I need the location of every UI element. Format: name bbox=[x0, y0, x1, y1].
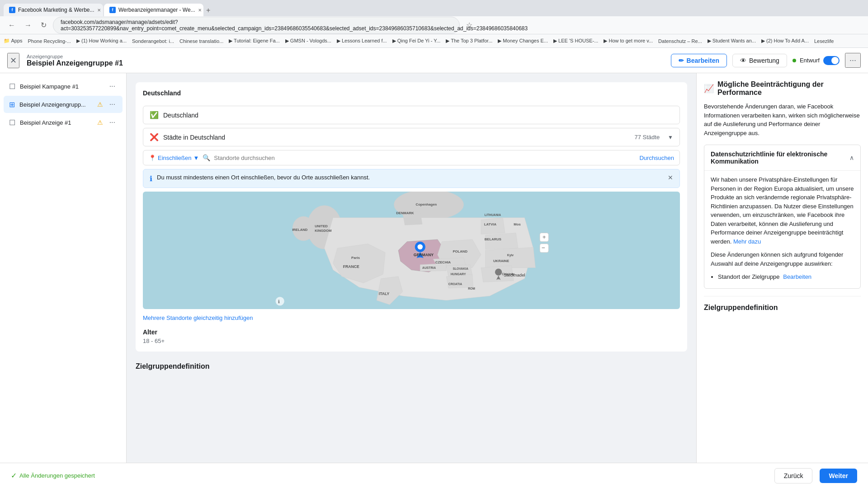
sidebar-item-ad[interactable]: ☐ Beispiel Anzeige #1 ⚠ ··· bbox=[4, 114, 123, 131]
svg-text:Kyiv: Kyiv bbox=[507, 253, 514, 257]
svg-text:UNITED: UNITED bbox=[315, 224, 328, 228]
svg-text:SLOVAKIA: SLOVAKIA bbox=[453, 267, 468, 270]
tab-ads-manager[interactable]: f Werbeanzeigenmanager - We... ✕ bbox=[104, 4, 203, 16]
include-label: Einschließen bbox=[158, 155, 191, 161]
policy-text-1: Wir haben unsere Privatsphäre-Einstellun… bbox=[711, 176, 854, 245]
svg-text:Copenhagen: Copenhagen bbox=[416, 202, 437, 206]
campaign-label: Beispiel Kampagne #1 bbox=[20, 83, 103, 90]
bookmark-phone[interactable]: Phone Recycling-... bbox=[28, 38, 71, 44]
sidebar-item-adgroup[interactable]: ⊞ Beispiel Anzeigengrupp... ⚠ ··· bbox=[4, 96, 123, 113]
eye-icon: 👁 bbox=[740, 57, 746, 64]
ad-warning-icon: ⚠ bbox=[97, 119, 103, 126]
bewertung-label: Bewertung bbox=[749, 57, 779, 64]
bookmark-money[interactable]: ▶ Money Changes E... bbox=[498, 38, 548, 44]
central-panel: Deutschland ✅ Deutschland ❌ Städte in De… bbox=[127, 73, 696, 463]
bookmark-tutorial[interactable]: ▶ Tutorial: Eigene Fa... bbox=[229, 38, 280, 44]
adgroup-more-button[interactable]: ··· bbox=[108, 99, 117, 109]
search-input[interactable] bbox=[214, 155, 636, 161]
entwurf-label: Entwurf bbox=[800, 57, 820, 64]
bookmark-student[interactable]: ▶ Student Wants an... bbox=[708, 38, 756, 44]
search-bar: 📍 Einschließen ▼ 🔍 Durchsuchen bbox=[143, 150, 680, 165]
more-options-button[interactable]: ··· bbox=[845, 53, 861, 68]
cities-name: Städte in Deutschland bbox=[163, 134, 630, 141]
right-panel: 📈 Mögliche Beeinträchtigung der Performa… bbox=[696, 73, 868, 463]
ad-label: Beispiel Anzeige #1 bbox=[20, 119, 93, 126]
top-bar-actions: ✏ Bearbeiten 👁 Bewertung Entwurf ··· bbox=[671, 53, 861, 68]
bottom-bar: ✓ Alle Änderungen gespeichert Zurück Wei… bbox=[0, 463, 868, 488]
toggle-button[interactable] bbox=[823, 56, 840, 65]
bookmark-how[interactable]: ▶ How to get more v... bbox=[604, 38, 653, 44]
tab-label: Facebook Marketing & Werbe... bbox=[18, 7, 94, 13]
chart-icon: 📈 bbox=[704, 84, 714, 94]
bewertung-button[interactable]: 👁 Bewertung bbox=[732, 54, 787, 67]
include-button[interactable]: 📍 Einschließen ▼ bbox=[149, 155, 199, 161]
tab-close[interactable]: ✕ bbox=[97, 8, 101, 13]
adgroup-name-label: Beispiel Anzeigengruppe #1 bbox=[27, 59, 123, 67]
browser-tabs: f Facebook Marketing & Werbe... ✕ f Werb… bbox=[4, 0, 212, 16]
policy-content: Wir haben unsere Privatsphäre-Einstellun… bbox=[704, 170, 860, 288]
alter-label: Alter bbox=[143, 328, 680, 336]
svg-text:LATVIA: LATVIA bbox=[484, 222, 497, 226]
bearbeiten-button[interactable]: ✏ Bearbeiten bbox=[671, 54, 727, 67]
svg-text:BELARUS: BELARUS bbox=[485, 237, 501, 241]
bookmark-qing[interactable]: ▶ Qing Fei De Yi - Y... bbox=[392, 38, 441, 44]
ad-more-button[interactable]: ··· bbox=[108, 117, 117, 127]
refresh-button[interactable]: ↻ bbox=[38, 19, 49, 31]
facebook-favicon-2: f bbox=[109, 7, 116, 13]
tab-close-active[interactable]: ✕ bbox=[198, 8, 202, 13]
new-tab-button[interactable]: + bbox=[204, 5, 212, 16]
bookmark-chinese[interactable]: Chinese translatio... bbox=[179, 38, 223, 44]
svg-text:CZECHIA: CZECHIA bbox=[435, 260, 451, 264]
policy-header[interactable]: Datenschutzrichtlinie für elektronische … bbox=[704, 145, 860, 170]
campaign-more-button[interactable]: ··· bbox=[108, 81, 117, 91]
info-close-button[interactable]: ✕ bbox=[668, 174, 673, 181]
adgroup-info: Anzeigengruppe Beispiel Anzeigengruppe #… bbox=[27, 54, 123, 67]
weiter-button[interactable]: Weiter bbox=[820, 469, 857, 483]
info-text: Du musst mindestens einen Ort einschließ… bbox=[157, 174, 663, 181]
svg-text:Mos: Mos bbox=[514, 222, 520, 226]
mehrere-standorte-link[interactable]: Mehrere Standorte gleichzeitig hinzufüge… bbox=[143, 314, 253, 321]
policy-list-text: Standort der Zielgruppe bbox=[718, 273, 780, 280]
close-button[interactable]: ✕ bbox=[7, 53, 19, 68]
bookmark-lessons[interactable]: ▶ Lessons Learned f... bbox=[337, 38, 387, 44]
forward-button[interactable]: → bbox=[22, 19, 34, 31]
back-button[interactable]: ← bbox=[5, 19, 18, 31]
performance-text: Bevorstehende Änderungen daran, wie Face… bbox=[704, 102, 861, 137]
bookmark-button[interactable]: ☆ bbox=[463, 19, 475, 31]
svg-point-5 bbox=[417, 244, 423, 250]
entwurf-dot bbox=[793, 59, 796, 62]
durchsuchen-button[interactable]: Durchsuchen bbox=[639, 155, 674, 161]
zielgruppe-title: Zielgruppendefinition bbox=[704, 296, 861, 312]
location-entry-germany: ✅ Deutschland bbox=[143, 106, 680, 124]
sidebar-item-campaign[interactable]: ☐ Beispiel Kampagne #1 ··· bbox=[4, 78, 123, 95]
bookmark-datenschutz[interactable]: Datenschutz – Re... bbox=[658, 38, 702, 44]
bookmark-sonder[interactable]: Sonderangebot: i... bbox=[132, 38, 174, 44]
bearbeiten-link[interactable]: Bearbeiten bbox=[783, 273, 811, 280]
tab-facebook-marketing[interactable]: f Facebook Marketing & Werbe... ✕ bbox=[4, 4, 103, 16]
app-container: ✕ Anzeigengruppe Beispiel Anzeigengruppe… bbox=[0, 48, 868, 488]
policy-chevron-icon: ∧ bbox=[849, 154, 854, 161]
bookmark-top3[interactable]: ▶ The Top 3 Platfor... bbox=[446, 38, 492, 44]
sidebar: ☐ Beispiel Kampagne #1 ··· ⊞ Beispiel An… bbox=[0, 73, 127, 463]
ad-icon: ☐ bbox=[9, 118, 15, 127]
browser-chrome: f Facebook Marketing & Werbe... ✕ f Werb… bbox=[0, 0, 868, 16]
bookmark-how2[interactable]: ▶ (2) How To Add A... bbox=[761, 38, 809, 44]
right-panel-title: 📈 Mögliche Beeinträchtigung der Performa… bbox=[704, 80, 861, 97]
address-bar[interactable]: facebook.com/adsmanager/manage/adsets/ed… bbox=[53, 17, 460, 34]
svg-text:POLAND: POLAND bbox=[453, 249, 467, 253]
zuruck-button[interactable]: Zurück bbox=[774, 468, 813, 483]
svg-text:+: + bbox=[542, 234, 546, 240]
bookmark-working[interactable]: ▶ (1) How Working a... bbox=[76, 38, 127, 44]
cities-dropdown-icon[interactable]: ▼ bbox=[668, 134, 673, 141]
bookmark-apps[interactable]: 📁 Apps bbox=[4, 38, 23, 44]
entwurf-section: Entwurf bbox=[793, 56, 840, 65]
svg-text:UKRAINE: UKRAINE bbox=[493, 259, 509, 263]
bookmark-lesezlife[interactable]: Lesezlife bbox=[814, 38, 834, 44]
info-icon: ℹ bbox=[150, 174, 152, 183]
info-banner: ℹ Du musst mindestens einen Ort einschli… bbox=[143, 169, 680, 188]
bookmark-lee[interactable]: ▶ LEE 'S HOUSE-... bbox=[553, 38, 598, 44]
svg-text:−: − bbox=[542, 244, 545, 251]
svg-text:CROATIA: CROATIA bbox=[448, 282, 462, 286]
mehr-dazu-link[interactable]: Mehr dazu bbox=[733, 238, 761, 245]
bookmark-gmsn[interactable]: ▶ GMSN - Vologds... bbox=[285, 38, 331, 44]
